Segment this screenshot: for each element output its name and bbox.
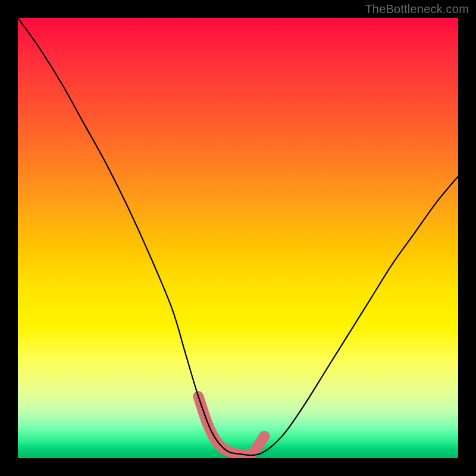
bottleneck-curve (18, 18, 458, 455)
curve-layer (18, 18, 458, 458)
chart-frame: TheBottleneck.com (0, 0, 476, 476)
plot-area (18, 18, 458, 458)
watermark-text: TheBottleneck.com (365, 2, 469, 16)
